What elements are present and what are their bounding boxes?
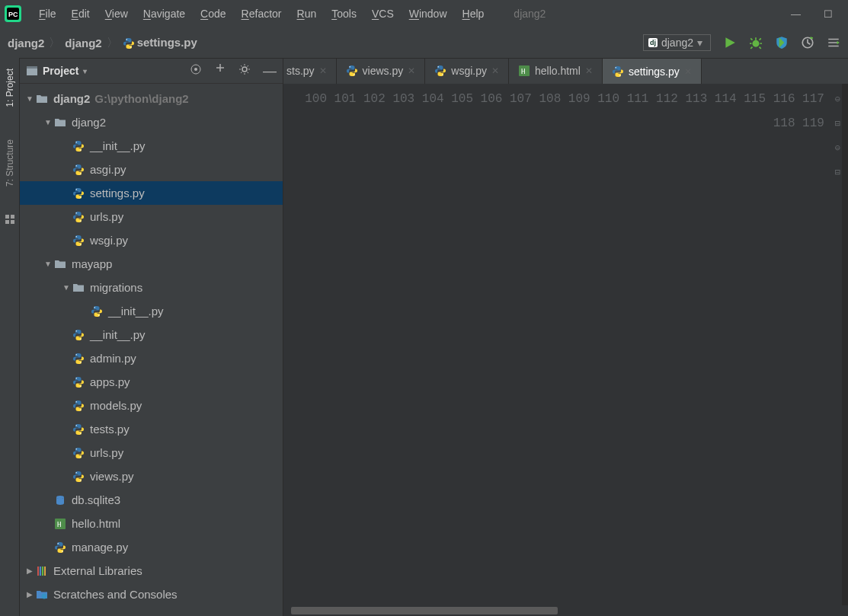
menu-navigate[interactable]: Navigate: [136, 5, 192, 23]
svg-point-14: [753, 40, 760, 47]
tree-item-wsgi-py[interactable]: wsgi.py: [20, 228, 283, 252]
tree-item-__init__-py[interactable]: __init__.py: [20, 134, 283, 158]
hide-button[interactable]: —: [263, 63, 277, 79]
breadcrumb-separator: 〉: [49, 36, 60, 50]
maximize-button[interactable]: ☐: [824, 8, 833, 20]
py-icon: [72, 446, 85, 460]
expand-icon[interactable]: ▶: [24, 590, 35, 598]
tree-item-models-py[interactable]: models.py: [20, 394, 283, 417]
close-icon[interactable]: ✕: [319, 65, 327, 76]
tree-item-hello-html[interactable]: hello.html: [20, 512, 283, 535]
project-pane-header: Project ▾ —: [20, 58, 283, 84]
menu-view[interactable]: View: [98, 5, 135, 23]
tree-item-label: manage.py: [72, 541, 128, 554]
close-icon[interactable]: ✕: [684, 66, 692, 77]
project-tree[interactable]: ▼djang2G:\python\djang2▼djang2__init__.p…: [20, 84, 283, 616]
run-icon[interactable]: [723, 36, 737, 49]
tree-item-djang2[interactable]: ▼djang2G:\python\djang2: [20, 87, 283, 110]
horizontal-scrollbar[interactable]: [283, 605, 848, 616]
structure-tool-tab[interactable]: 7: Structure: [3, 135, 17, 191]
expand-icon[interactable]: ▼: [43, 118, 53, 126]
editor-tab-views-py[interactable]: views.py✕: [337, 58, 426, 84]
lib-icon: [35, 564, 49, 578]
tree-item-external-libraries[interactable]: ▶External Libraries: [20, 559, 283, 582]
profile-icon[interactable]: [801, 36, 814, 49]
editor-tab-hello-html[interactable]: hello.html✕: [509, 58, 603, 84]
tree-item-apps-py[interactable]: apps.py: [20, 370, 283, 394]
editor-tab-wsgi-py[interactable]: wsgi.py✕: [425, 58, 509, 84]
menu-file[interactable]: File: [32, 5, 63, 23]
py-icon: [346, 65, 358, 77]
minimize-button[interactable]: —: [791, 8, 801, 20]
editor-tab-settings-py[interactable]: settings.py✕: [603, 58, 702, 84]
left-tool-tabs: 1: Project 7: Structure: [0, 58, 20, 616]
tree-item-label: wsgi.py: [90, 234, 128, 247]
breadcrumb-item[interactable]: settings.py: [123, 36, 197, 49]
menu-window[interactable]: Window: [402, 5, 454, 23]
tree-item-__init__-py[interactable]: __init__.py: [20, 299, 283, 323]
gear-icon[interactable]: [238, 63, 251, 75]
tree-item-tests-py[interactable]: tests.py: [20, 417, 283, 441]
py-icon: [72, 328, 85, 342]
tree-item-scratches-and-consoles[interactable]: ▶Scratches and Consoles: [20, 582, 283, 606]
close-icon[interactable]: ✕: [491, 65, 499, 76]
locate-icon[interactable]: [190, 63, 202, 75]
tree-item-label: __init__.py: [108, 305, 164, 318]
code-content[interactable]: ] # Internationalization # https://docs.…: [842, 84, 848, 605]
py-icon: [72, 139, 85, 153]
coverage-icon[interactable]: [775, 36, 789, 49]
py-icon: [72, 187, 85, 200]
html-icon: [518, 65, 530, 77]
tree-item-db-sqlite3[interactable]: db.sqlite3: [20, 488, 283, 512]
tree-item-label: settings.py: [90, 187, 145, 199]
tree-item-mayapp[interactable]: ▼mayapp: [20, 252, 283, 276]
tree-item-views-py[interactable]: views.py: [20, 464, 283, 488]
expand-icon[interactable]: ▼: [24, 94, 35, 103]
debug-icon[interactable]: [749, 36, 763, 49]
folder-icon: [72, 281, 85, 295]
tree-item-asgi-py[interactable]: asgi.py: [20, 158, 283, 181]
close-icon[interactable]: ✕: [585, 65, 593, 76]
menu-vcs[interactable]: VCS: [365, 5, 401, 23]
menu-code[interactable]: Code: [194, 5, 232, 23]
breadcrumb-item[interactable]: djang2: [65, 37, 101, 49]
editor-tabs: sts.py✕views.py✕wsgi.py✕hello.html✕setti…: [283, 58, 848, 84]
tree-item-label: hello.html: [72, 517, 120, 530]
project-view-selector[interactable]: Project ▾: [26, 65, 87, 77]
editor-area: sts.py✕views.py✕wsgi.py✕hello.html✕setti…: [283, 58, 848, 616]
attach-icon[interactable]: [827, 36, 840, 49]
structure-icon[interactable]: [5, 214, 15, 225]
menu-run[interactable]: Run: [290, 5, 324, 23]
expand-icon[interactable]: ▶: [24, 567, 35, 575]
py-icon: [72, 423, 85, 436]
menu-refactor[interactable]: Refactor: [235, 5, 289, 23]
tree-item-migrations[interactable]: ▼migrations: [20, 276, 283, 299]
tree-item-manage-py[interactable]: manage.py: [20, 535, 283, 559]
code-editor[interactable]: 100 101 102 103 104 105 106 107 108 109 …: [283, 84, 848, 605]
fold-gutter[interactable]: ⊖ ⊟ ⊖ ⊟: [834, 84, 842, 605]
expand-icon[interactable]: ▼: [61, 283, 72, 292]
tree-item-admin-py[interactable]: admin.py: [20, 346, 283, 370]
menu-tools[interactable]: Tools: [325, 5, 363, 23]
editor-tab-sts-py[interactable]: sts.py✕: [283, 58, 337, 84]
tree-item-label: admin.py: [90, 352, 136, 365]
tree-item-urls-py[interactable]: urls.py: [20, 441, 283, 464]
breadcrumb-item[interactable]: djang2: [8, 37, 44, 49]
menu-help[interactable]: Help: [456, 5, 491, 23]
chevron-down-icon: ▾: [697, 37, 702, 49]
line-gutter[interactable]: 100 101 102 103 104 105 106 107 108 109 …: [283, 84, 834, 605]
navigation-bar: djang2〉djang2〉settings.py dj djang2 ▾: [0, 27, 848, 58]
tree-item-urls-py[interactable]: urls.py: [20, 205, 283, 228]
tree-item-label: db.sqlite3: [72, 493, 120, 506]
tree-item-__init__-py[interactable]: __init__.py: [20, 323, 283, 346]
expand-all-icon[interactable]: [214, 63, 226, 75]
menu-edit[interactable]: Edit: [65, 5, 97, 23]
tree-item-label: djang2: [53, 92, 90, 105]
close-icon[interactable]: ✕: [408, 65, 415, 76]
project-tool-tab[interactable]: 1: Project: [3, 64, 17, 112]
tree-item-djang2[interactable]: ▼djang2: [20, 110, 283, 134]
run-configuration-selector[interactable]: dj djang2 ▾: [643, 34, 711, 51]
tree-item-settings-py[interactable]: settings.py: [20, 181, 283, 205]
svg-text:PC: PC: [8, 11, 18, 18]
expand-icon[interactable]: ▼: [43, 260, 53, 268]
